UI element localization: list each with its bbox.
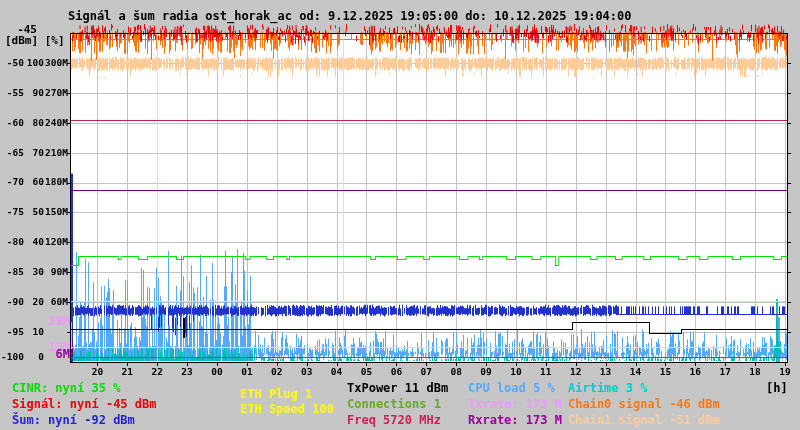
- y-axis-rate-label: 210M: [44, 148, 68, 158]
- y-axis-row: -7060180M: [0, 177, 68, 187]
- y-axis-dbm-label: -95: [0, 327, 24, 337]
- x-axis-hour-label: 14: [630, 367, 641, 377]
- legend-sum: Šum: nyní -92 dBm: [12, 414, 135, 426]
- y-axis-pct-label: 20: [24, 297, 44, 307]
- x-axis-hour-label: 22: [151, 367, 162, 377]
- legend-txrate: Txrate: 173 M: [468, 398, 562, 410]
- x-axis-hour-label: 10: [510, 367, 521, 377]
- x-axis-hour-label: 02: [271, 367, 282, 377]
- y-axis-pct-label: 100: [24, 58, 44, 68]
- legend-eth-speed: ETH Speed 100: [240, 403, 334, 415]
- x-axis-hour-label: 20: [92, 367, 103, 377]
- y-axis-dbm-label: -85: [0, 267, 24, 277]
- legend-eth-plug: ETH Plug 1: [240, 388, 312, 400]
- rate-marker-label: 6M: [0, 349, 70, 359]
- legend-cpu: CPU load 5 %: [468, 382, 555, 394]
- x-axis-hour-label: 18: [749, 367, 760, 377]
- x-axis-hour-label: 03: [301, 367, 312, 377]
- x-axis-hour-label: 04: [331, 367, 342, 377]
- legend-cinr: CINR: nyní 35 %: [12, 382, 120, 394]
- y-axis-row: -50100300M: [0, 58, 68, 68]
- y-axis-rate-label: 90M: [44, 267, 68, 277]
- y-axis-dbm-label: -55: [0, 88, 24, 98]
- legend-signal: Signál: nyní -45 dBm: [12, 398, 157, 410]
- y-axis-pct-label: 40: [24, 237, 44, 247]
- legend-txpower: TxPower 11 dBm: [347, 382, 448, 394]
- x-axis-hour-label: 09: [480, 367, 491, 377]
- chart-title: Signál a šum radia ost_horak_ac od: 9.12…: [68, 9, 632, 23]
- y-axis-pct-label: 60: [24, 177, 44, 187]
- x-axis-hour-label: 11: [540, 367, 551, 377]
- x-axis-hour-label: 06: [391, 367, 402, 377]
- y-axis-rate-label: [44, 327, 68, 337]
- x-axis-hour-label: 23: [181, 367, 192, 377]
- signal-graph-screen: Signál a šum radia ost_horak_ac od: 9.12…: [0, 0, 800, 430]
- y-axis-row: -853090M: [0, 267, 68, 277]
- y-axis-row: -6570210M: [0, 148, 68, 158]
- x-axis-hour-label: 15: [660, 367, 671, 377]
- y-axis-pct-label: 50: [24, 207, 44, 217]
- rate-marker-label: 39M: [0, 316, 70, 326]
- y-axis-rate-label: 180M: [44, 177, 68, 187]
- legend-connections: Connections 1: [347, 398, 441, 410]
- y-axis-dbm-label: -65: [0, 148, 24, 158]
- x-axis-hour-label: 05: [361, 367, 372, 377]
- y-axis-row: -9510: [0, 327, 68, 337]
- x-axis-hour-label: 19: [779, 367, 790, 377]
- y-axis-dbm-label: -70: [0, 177, 24, 187]
- x-axis-hour-label: 07: [421, 367, 432, 377]
- y-axis-rate-label: 150M: [44, 207, 68, 217]
- y-axis-dbm-label: -90: [0, 297, 24, 307]
- y-axis-row: -6080240M: [0, 118, 68, 128]
- x-axis-hour-label: 00: [211, 367, 222, 377]
- x-axis-hour-label: 01: [241, 367, 252, 377]
- y-axis-pct-label: 90: [24, 88, 44, 98]
- x-axis-hour-label: 08: [450, 367, 461, 377]
- y-axis-dbm-label: -75: [0, 207, 24, 217]
- y-axis-row: -5590270M: [0, 88, 68, 98]
- x-axis-hour-label: 16: [690, 367, 701, 377]
- y-axis-dbm-label: -60: [0, 118, 24, 128]
- y-axis-units: [dBm] [%]: [5, 36, 65, 46]
- y-axis-pct-label: 80: [24, 118, 44, 128]
- y-axis-row: -902060M: [0, 297, 68, 307]
- y-axis-rate-label: 300M: [44, 58, 68, 68]
- y-axis-rate-label: 60M: [44, 297, 68, 307]
- y-axis-row: -8040120M: [0, 237, 68, 247]
- y-axis-pct-label: 30: [24, 267, 44, 277]
- x-axis-hour-label: 21: [122, 367, 133, 377]
- legend-freq: Freq 5720 MHz: [347, 414, 441, 426]
- y-axis-rate-label: 120M: [44, 237, 68, 247]
- x-axis-unit: [h]: [766, 382, 788, 394]
- y-axis-row: -7550150M: [0, 207, 68, 217]
- y-axis-dbm-label: -80: [0, 237, 24, 247]
- legend-chain0: Chain0 signal -46 dBm: [568, 398, 720, 410]
- y-axis-rate-label: 240M: [44, 118, 68, 128]
- y-axis-rate-label: 270M: [44, 88, 68, 98]
- legend-airtime: Airtime 3 %: [568, 382, 647, 394]
- x-axis-hour-label: 12: [570, 367, 581, 377]
- x-axis-hour-label: 13: [600, 367, 611, 377]
- y-axis-dbm-label: -50: [0, 58, 24, 68]
- y-axis-pct-label: 70: [24, 148, 44, 158]
- x-axis-hour-label: 17: [719, 367, 730, 377]
- legend-rxrate: Rxrate: 173 M: [468, 414, 562, 426]
- legend-chain1: Chain1 signal -51 dBm: [568, 414, 720, 426]
- y-axis-pct-label: 10: [24, 327, 44, 337]
